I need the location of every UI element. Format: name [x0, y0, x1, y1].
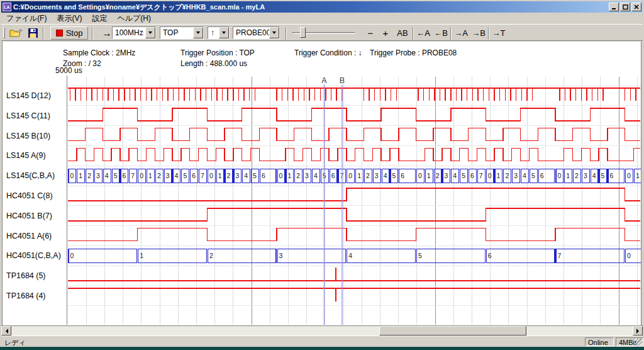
menu-view[interactable]: 表示(V)	[52, 12, 87, 25]
bus-cell-value: 2	[227, 172, 231, 179]
channel-label: TP1684 (4)	[6, 291, 46, 300]
trigger-probe-combo[interactable]: PROBE00	[233, 26, 280, 39]
app-icon: LA	[3, 3, 11, 11]
bus-cell	[347, 249, 416, 262]
close-button[interactable]	[631, 3, 641, 11]
goto-a-left-button[interactable]: ←A	[415, 26, 431, 40]
toolbar-separator	[92, 27, 93, 40]
trigger-edge-combo[interactable]: ↑	[208, 26, 230, 39]
bus-cell-value: 4	[453, 172, 457, 179]
bus-cell-value: 0	[279, 172, 283, 179]
trigger-position-combo[interactable]: TOP	[160, 26, 204, 39]
scrollbar-thumb[interactable]	[379, 326, 526, 336]
desktop-background	[0, 347, 644, 350]
cursor-b-label: B	[340, 76, 345, 85]
chevron-down-icon	[196, 31, 200, 36]
combo-dropdown-button[interactable]	[193, 27, 203, 38]
window-right-frame	[641, 42, 644, 325]
bus-cell-value: 2	[209, 252, 213, 259]
scroll-left-button[interactable]	[1, 326, 11, 336]
open-button[interactable]	[8, 26, 24, 40]
bus-cell	[208, 249, 276, 262]
bus-cell-value: 5	[601, 172, 605, 179]
bus-cell-value: 5	[531, 172, 535, 179]
bus-cell-value: 2	[157, 172, 161, 179]
bus-cell-value: 0	[348, 172, 352, 179]
close-icon	[634, 4, 639, 9]
waveform-ls145-a-9-	[68, 148, 640, 161]
channel-label: HC4051 A(6)	[6, 232, 52, 240]
zoom-out-button[interactable]: −	[364, 26, 377, 40]
bus-cell-value: 6	[123, 172, 126, 179]
waveform-hc4051-c-8-	[68, 188, 640, 201]
bus-cell-value: 3	[279, 252, 283, 259]
bus-cell-value: 5	[253, 172, 257, 179]
cursor-a-label: A	[321, 76, 327, 85]
bus-cell-value: 0	[627, 172, 631, 179]
bus-cell-value: 1	[140, 252, 143, 259]
slider-handle[interactable]	[300, 27, 306, 38]
status-ready: レディ	[4, 338, 26, 347]
horizontal-scrollbar[interactable]	[1, 325, 643, 336]
combo-dropdown-button[interactable]	[145, 27, 155, 38]
left-arrow-a-icon: ←A	[416, 28, 430, 38]
maximize-button[interactable]	[620, 3, 630, 11]
bus-cell-value: 1	[357, 172, 361, 179]
bus-cell-value: 4	[348, 252, 352, 259]
combo-dropdown-button[interactable]	[269, 27, 279, 38]
toolbar-separator	[450, 27, 452, 40]
bus-cell-value: 1	[566, 172, 570, 179]
goto-a-right-button[interactable]: →A	[453, 26, 469, 40]
right-arrow-b-icon: →B	[472, 28, 486, 38]
goto-b-left-button[interactable]: ←B	[433, 26, 449, 40]
bus-cell-value: 2	[505, 172, 509, 179]
bus-cell-value: 0	[557, 172, 561, 179]
resize-grip[interactable]	[635, 339, 642, 346]
goto-trigger-button[interactable]: →T	[491, 26, 507, 40]
bus-cell-value: 0	[140, 172, 143, 179]
bus-cell-value: 3	[375, 172, 379, 179]
menu-help[interactable]: ヘルプ(H)	[112, 12, 156, 25]
sample-clock-combo[interactable]: 100MHz	[112, 26, 156, 39]
menu-file[interactable]: ファイル(F)	[1, 12, 52, 25]
ab-label: AB	[397, 28, 408, 38]
waveform-hc4051-a-6-	[68, 229, 640, 241]
bus-cell-value: 6	[401, 172, 404, 179]
goto-b-right-button[interactable]: →B	[470, 26, 487, 40]
bus-cell-value: 6	[609, 172, 613, 179]
stop-icon	[56, 30, 63, 37]
bus-cell-value: 6	[470, 172, 474, 179]
chevron-down-icon	[148, 31, 152, 36]
channel-label: TP1684 (5)	[6, 271, 46, 280]
save-button[interactable]	[25, 26, 40, 40]
bus-cell-value: 5	[392, 172, 396, 179]
bus-cell-value: 2	[87, 172, 91, 179]
ab-button[interactable]: AB	[394, 26, 411, 40]
bus-cell-value: 3	[445, 172, 448, 179]
channel-label: LS145 B(10)	[6, 132, 50, 140]
window-title: C:¥Documents and Settings¥noname¥デスクトップ¥…	[13, 3, 609, 12]
zoom-slider[interactable]	[292, 26, 358, 39]
channel-label: LS145 D(12)	[6, 91, 51, 100]
combo-dropdown-button[interactable]	[219, 27, 229, 38]
toolbar-separator	[413, 27, 414, 40]
bus-cell-value: 5	[462, 172, 465, 179]
waveform-hc4051-b-7-	[68, 208, 640, 221]
bus-cell-value: 1	[427, 172, 431, 179]
bus-cell	[486, 249, 555, 262]
zoom-in-button[interactable]: +	[379, 26, 392, 40]
bus-cell-value: 3	[235, 172, 239, 179]
bus-cell-value: 2	[575, 172, 579, 179]
bus-cell-value: 1	[79, 172, 82, 179]
scroll-right-button[interactable]	[633, 326, 643, 336]
waveform-pulse-train	[68, 88, 640, 101]
trigger-position-value: TOP	[160, 27, 193, 38]
sample-clock-value: 100MHz	[113, 27, 145, 38]
minimize-button[interactable]	[609, 3, 619, 11]
stop-button[interactable]: Stop	[50, 26, 88, 40]
waveform-tp1684-4-	[68, 288, 640, 302]
channel-label: HC4051 B(7)	[6, 212, 52, 220]
bus-cell-value: 0	[209, 172, 213, 179]
triangle-left-icon	[3, 329, 8, 334]
menu-settings[interactable]: 設定	[87, 12, 112, 25]
